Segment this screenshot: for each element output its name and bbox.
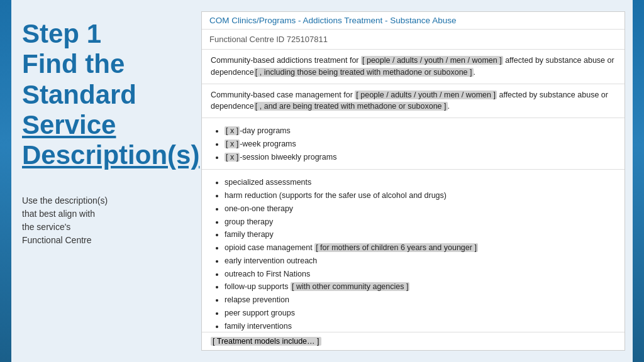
title-line1: Find the: [22, 49, 125, 79]
list-item: family therapy: [225, 229, 616, 241]
list-item: group therapy: [225, 216, 616, 228]
list-item: harm reduction (supports for the safer u…: [225, 190, 616, 202]
section-4: specialized assessmentsharm reduction (s…: [202, 170, 625, 332]
desc-line4: Functional Centre: [22, 235, 92, 245]
section2-highlight1: [ people / adults / youth / men / women …: [355, 90, 497, 99]
title-line2: Standard: [22, 80, 136, 109]
list-item: one-on-one therapy: [225, 203, 616, 215]
list-item: early intervention outreach: [225, 255, 616, 267]
section2-end: .: [448, 102, 450, 111]
section1-pre: Community-based addictions treatment for: [211, 56, 359, 65]
list-item: [ x ]-session biweekly programs: [225, 151, 616, 163]
sidebar: Step 1 Find the Standard Service Descrip…: [0, 0, 195, 362]
desc-line1: Use the description(s): [22, 195, 108, 206]
title-line3: Service: [22, 110, 116, 140]
step-number: Step 1: [22, 19, 101, 48]
list-item: [ x ]-week programs: [225, 138, 616, 150]
section4-list: specialized assessmentsharm reduction (s…: [211, 177, 616, 332]
section-2: Community-based case management for [ pe…: [202, 84, 625, 119]
list-item: peer support groups: [225, 307, 616, 319]
section1-highlight1: [ people / adults / youth / men / women …: [361, 56, 503, 65]
content-card: COM Clinics/Programs - Addictions Treatm…: [201, 11, 625, 351]
step-description: Use the description(s) that best align w…: [22, 194, 179, 247]
card-footer: [ Treatment models include… ]: [202, 332, 625, 350]
card-header: Functional Centre ID 725107811: [202, 30, 625, 50]
step-title: Step 1 Find the Standard Service Descrip…: [22, 19, 179, 170]
card-title: COM Clinics/Programs - Addictions Treatm…: [202, 12, 625, 30]
list-item: specialized assessments: [225, 177, 616, 189]
section-3: [ x ]-day programs[ x ]-week programs[ x…: [202, 118, 625, 170]
section1-highlight2: [ , including those being treated with m…: [254, 68, 474, 77]
list-item: [ x ]-day programs: [225, 125, 616, 137]
section2-highlight2: [ , and are being treated with methadone…: [254, 102, 448, 111]
left-accent-bar: [0, 0, 11, 362]
section2-pre: Community-based case management for: [211, 90, 353, 99]
section-1: Community-based addictions treatment for…: [202, 50, 625, 84]
section1-end: .: [474, 68, 475, 77]
desc-line3: the service's: [22, 222, 70, 232]
list-item: relapse prevention: [225, 294, 616, 306]
list-item: outreach to First Nations: [225, 268, 616, 280]
section3-list: [ x ]-day programs[ x ]-week programs[ x…: [211, 125, 616, 163]
footer-highlight: [ Treatment models include… ]: [211, 337, 321, 346]
title-line4: Description(s): [22, 140, 199, 170]
list-item: opioid case management [ for mothers of …: [225, 242, 616, 254]
right-accent-bar: [633, 0, 644, 362]
list-item: follow-up supports [ with other communit…: [225, 281, 616, 293]
desc-line2: that best align with: [22, 209, 95, 219]
card-body[interactable]: Community-based addictions treatment for…: [202, 50, 625, 332]
list-item: family interventions: [225, 321, 616, 332]
main-content: COM Clinics/Programs - Addictions Treatm…: [195, 0, 644, 362]
